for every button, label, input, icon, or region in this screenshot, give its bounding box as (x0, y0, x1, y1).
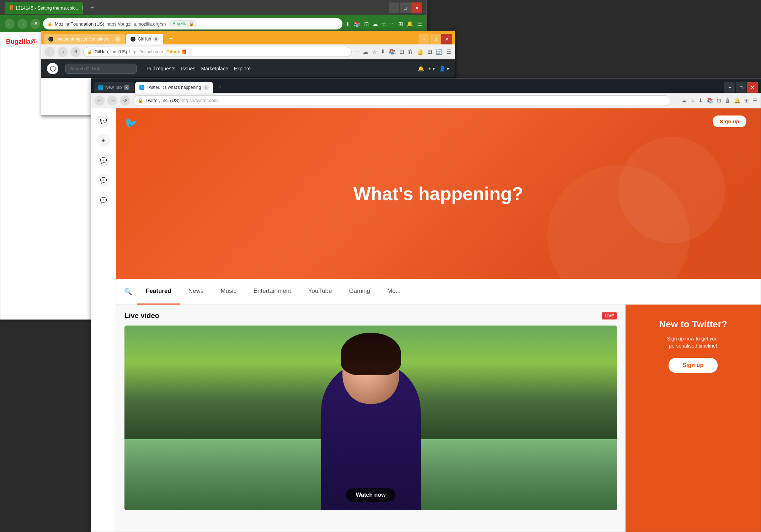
close-button[interactable]: ✕ (747, 82, 758, 93)
forward-button[interactable]: → (17, 19, 27, 29)
pocket-icon[interactable]: ☁ (372, 21, 378, 27)
extensions-icon[interactable]: ⊞ (398, 21, 403, 27)
download-icon[interactable]: ⬇ (380, 48, 385, 55)
tab-more[interactable]: Mo... (379, 279, 409, 305)
bugzilla-new-tab[interactable]: + (87, 2, 97, 12)
github-tab-containers[interactable]: ⬡ jonathanKingston/containers... ✕ (44, 34, 125, 44)
new-to-twitter-title: New to Twitter? (659, 319, 727, 330)
github-toolbar: ← → ↺ 🔒 GitHub, Inc. (US) https://github… (41, 44, 455, 59)
reload-button[interactable]: ↺ (120, 96, 130, 106)
sync-icon[interactable]: 🔔 (406, 21, 414, 27)
search-icon[interactable]: 🔍 (122, 285, 134, 298)
library-icon[interactable]: 📚 (707, 97, 713, 104)
dots-icon[interactable]: ··· (355, 49, 359, 55)
issues-link[interactable]: Issues (181, 66, 195, 71)
back-button[interactable]: ← (5, 19, 15, 29)
lock-icon: 🔒 (47, 21, 53, 26)
pocket-icon[interactable]: ☁ (363, 48, 368, 55)
reload-button[interactable]: ↺ (30, 19, 40, 29)
menu-icon[interactable]: ☰ (417, 21, 422, 27)
extensions-icon[interactable]: ⊞ (427, 48, 432, 55)
pullrequests-link[interactable]: Pull requests (147, 66, 175, 71)
avatar[interactable]: 👤 ▾ (439, 66, 449, 71)
pocket-icon[interactable]: ☁ (681, 97, 687, 104)
maximize-button[interactable]: □ (400, 2, 411, 13)
bugzilla-address-bar[interactable]: 🔒 Mozilla Foundation (US) https://bugzil… (43, 18, 342, 29)
twitter-toolbar: ← → ↺ 🔒 Twitter, Inc. (US) https://twitt… (91, 93, 761, 108)
star-icon[interactable]: ☆ (382, 21, 387, 27)
back-button[interactable]: ← (45, 47, 55, 57)
sidebar-icon-5[interactable]: 💬 (97, 194, 110, 206)
signup-button[interactable]: Sign up (669, 358, 718, 373)
library-icon[interactable]: 📚 (353, 21, 361, 27)
sidebyside-icon[interactable]: ⊡ (364, 21, 369, 27)
star-icon[interactable]: ☆ (372, 48, 377, 55)
twitter-tab1-close[interactable]: ✕ (124, 85, 129, 90)
tab-music[interactable]: Music (212, 279, 245, 305)
download-icon[interactable]: ⬇ (698, 97, 703, 104)
sidebar-icon-2[interactable]: ● (97, 134, 110, 147)
download-icon[interactable]: ⬇ (345, 21, 350, 27)
trash-icon[interactable]: 🗑 (725, 97, 730, 103)
github-nav-links: Pull requests Issues Marketplace Explore (147, 66, 251, 71)
trash-icon[interactable]: 🗑 (408, 49, 413, 55)
twitter-tab-newtab[interactable]: New Tab ✕ (94, 82, 134, 93)
back-button[interactable]: ← (95, 96, 105, 106)
sidebar-icon[interactable]: ⊡ (717, 97, 722, 104)
forward-button[interactable]: → (107, 96, 117, 106)
twitter-new-tab[interactable]: + (216, 82, 226, 92)
github-search-input[interactable] (65, 64, 137, 74)
notifications-icon[interactable]: 🔔 (734, 97, 741, 104)
explore-link[interactable]: Explore (234, 66, 251, 71)
sidebar-icon-4[interactable]: 💬 (97, 174, 110, 187)
menu-icon[interactable]: ☰ (446, 48, 451, 55)
dots-icon[interactable]: ··· (673, 97, 678, 103)
close-button[interactable]: ✕ (411, 2, 422, 13)
twitter-hero-text: What's happening? (353, 183, 523, 204)
tab-youtube[interactable]: YouTube (300, 279, 341, 305)
watch-now-button[interactable]: Watch now (346, 488, 396, 502)
tab-news[interactable]: News (180, 279, 212, 305)
new-to-twitter-subtitle: Sign up now to get yourpersonalised time… (667, 335, 719, 349)
twitter-tab-twitter[interactable]: 🐦 Twitter. It's what's happening ✕ (135, 82, 213, 93)
reload-button[interactable]: ↺ (70, 47, 80, 57)
github-tab2-close[interactable]: ✕ (153, 36, 159, 42)
hero-signup-button[interactable]: Sign up (713, 115, 746, 127)
extensions-icon[interactable]: ⊞ (744, 97, 749, 104)
menu-icon[interactable]: ☰ (752, 97, 757, 104)
live-video-thumbnail[interactable]: Watch now (124, 326, 617, 510)
bugzilla-tab-close[interactable]: ✕ (82, 5, 83, 11)
minimize-button[interactable]: − (724, 82, 735, 93)
minimize-button[interactable]: − (419, 34, 429, 44)
plus-icon[interactable]: + ▾ (428, 66, 435, 71)
close-button[interactable]: ✕ (441, 34, 452, 44)
dots-icon[interactable]: ··· (390, 21, 395, 27)
bugzilla-tab-active[interactable]: 🐛 1314145 - Setting theme.colo... ✕ (5, 2, 83, 14)
twitter-sidebar: 💬 ● 💬 💬 💬 (91, 108, 116, 532)
tab-entertainment[interactable]: Entertainment (245, 279, 300, 305)
sidebar-icon-3[interactable]: 💬 (97, 154, 110, 167)
tab-gaming[interactable]: Gaming (340, 279, 379, 305)
github-tab2-favicon: ⬡ (131, 37, 135, 42)
star-icon[interactable]: ☆ (690, 97, 695, 104)
library-icon[interactable]: 📚 (389, 48, 396, 55)
twitter-tab2-label: Twitter. It's what's happening (147, 85, 201, 90)
twitter-main-area: Live video LIVE Watch now (116, 305, 761, 532)
github-tab-active[interactable]: ⬡ GitHub ✕ (126, 34, 163, 44)
notifications-icon[interactable]: 🔔 (417, 48, 424, 55)
sidebar-icon-1[interactable]: 💬 (97, 114, 110, 127)
sync-icon[interactable]: 🔄 (436, 48, 443, 55)
github-address-bar[interactable]: 🔒 GitHub, Inc. (US) https://github.com G… (83, 47, 352, 57)
github-new-tab[interactable]: + (166, 34, 176, 44)
notifications-icon[interactable]: 🔔 (418, 66, 424, 71)
forward-button[interactable]: → (58, 47, 68, 57)
tab-featured[interactable]: Featured (137, 279, 180, 305)
sidebar-icon[interactable]: ⊡ (399, 48, 404, 55)
marketplace-link[interactable]: Marketplace (201, 66, 228, 71)
github-tab1-close[interactable]: ✕ (115, 36, 121, 42)
twitter-tab2-close[interactable]: ✕ (203, 85, 209, 90)
twitter-address-bar[interactable]: 🔒 Twitter, Inc. (US) https://twitter.com (133, 95, 670, 106)
maximize-button[interactable]: □ (736, 82, 746, 93)
minimize-button[interactable]: − (389, 2, 399, 13)
maximize-button[interactable]: □ (430, 34, 441, 44)
